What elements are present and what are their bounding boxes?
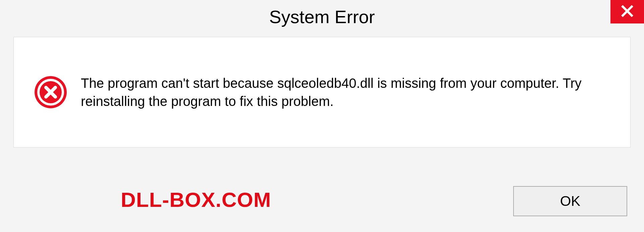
dialog-content: The program can't start because sqlceole… bbox=[13, 37, 631, 148]
title-bar: System Error bbox=[0, 0, 644, 34]
error-icon bbox=[34, 75, 67, 109]
close-button[interactable] bbox=[610, 0, 644, 23]
dialog-footer: DLL-BOX.COM OK bbox=[0, 148, 644, 225]
ok-button[interactable]: OK bbox=[513, 186, 627, 216]
close-icon bbox=[621, 4, 634, 19]
dialog-title: System Error bbox=[269, 6, 375, 27]
error-message: The program can't start because sqlceole… bbox=[81, 74, 610, 110]
watermark-text: DLL-BOX.COM bbox=[121, 188, 271, 212]
ok-button-label: OK bbox=[560, 193, 581, 209]
